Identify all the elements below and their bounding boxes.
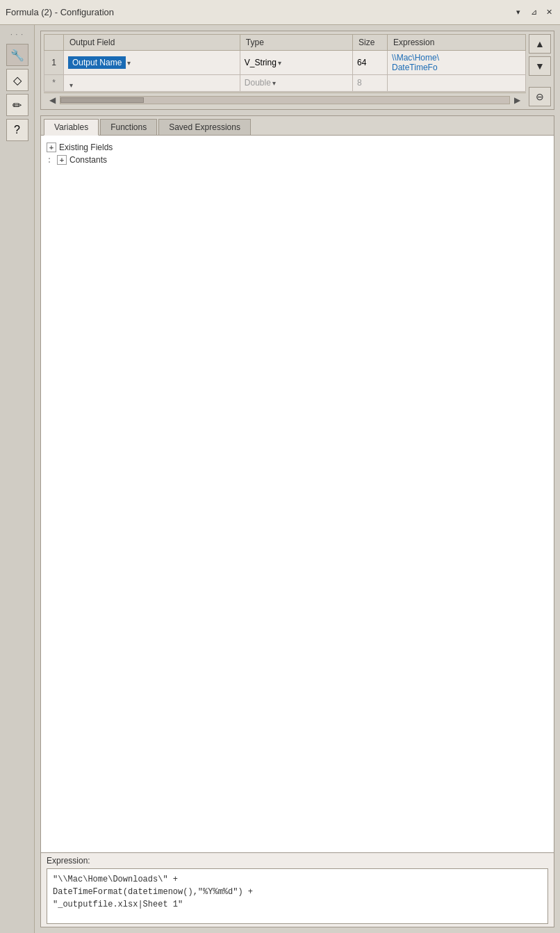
output-field-dropdown-1[interactable]: ▾ — [127, 59, 131, 67]
bottom-panel: Variables Functions Saved Expressions + … — [40, 115, 554, 927]
sidebar-diamond-icon[interactable]: ◇ — [6, 69, 28, 91]
scroll-right-btn[interactable]: ▶ — [511, 95, 523, 105]
tabs-bar: Variables Functions Saved Expressions — [41, 116, 554, 136]
output-field-cell-new[interactable]: ▾ — [64, 75, 240, 92]
type-value-new: Double — [245, 78, 271, 88]
expression-cell-new[interactable] — [388, 75, 526, 92]
title-bar: Formula (2) - Configuration ▾ ⊿ ✕ — [0, 0, 560, 25]
sidebar-pencil-icon[interactable]: ✏ — [6, 94, 28, 116]
expression-box[interactable]: "\\Mac\Home\Downloads\" + DateTimeFormat… — [47, 868, 548, 924]
close-button[interactable]: ✕ — [543, 7, 554, 18]
content-area: Output Field Type Size Expression 1 — [35, 25, 560, 933]
constants-label: Constants — [69, 155, 107, 165]
output-field-dropdown-new[interactable]: ▾ — [69, 81, 73, 89]
expression-area: Expression: "\\Mac\Home\Downloads\" + Da… — [41, 852, 554, 927]
table-wrapper: Output Field Type Size Expression 1 — [44, 34, 526, 92]
scroll-left-btn[interactable]: ◀ — [47, 95, 58, 105]
title-bar-right: ▾ ⊿ ✕ — [513, 7, 554, 18]
table-action-buttons: ▲ ▼ ⊖ — [529, 34, 551, 106]
expression-cell-1[interactable]: \\Mac\Home\DateTimeFo — [388, 51, 526, 75]
type-cell-1[interactable]: V_String ▾ — [240, 51, 352, 75]
col-header-size: Size — [353, 35, 388, 51]
main-container: · · · 🔧 ◇ ✏ ? Output Field Type Size — [0, 25, 560, 933]
expand-constants[interactable]: + — [57, 155, 67, 165]
tab-variables[interactable]: Variables — [44, 119, 99, 136]
row-number-new: * — [44, 75, 64, 92]
row-number-1: 1 — [44, 51, 64, 75]
expand-existing-fields[interactable]: + — [47, 143, 56, 152]
col-header-output-field: Output Field — [64, 35, 240, 51]
table-container: Output Field Type Size Expression 1 — [44, 34, 526, 106]
sidebar-question-icon[interactable]: ? — [6, 119, 28, 141]
tab-saved-expressions[interactable]: Saved Expressions — [158, 119, 251, 135]
type-cell-new[interactable]: Double ▾ — [240, 75, 352, 92]
tree-item-existing-fields[interactable]: + Existing Fields — [47, 141, 548, 154]
title-bar-left: Formula (2) - Configuration — [6, 7, 114, 17]
col-header-expression: Expression — [388, 35, 526, 51]
sidebar-wrench-icon[interactable]: 🔧 — [6, 44, 28, 66]
table-section: Output Field Type Size Expression 1 — [40, 31, 554, 110]
type-value-1: V_String — [245, 58, 277, 67]
col-header-num — [44, 35, 64, 51]
table-row: * ▾ Double — [44, 75, 526, 92]
sidebar: · · · 🔧 ◇ ✏ ? — [0, 25, 35, 933]
table-row: 1 Output Name ▾ V_String — [44, 51, 526, 75]
output-field-cell-1[interactable]: Output Name ▾ — [64, 51, 240, 75]
move-up-button[interactable]: ▲ — [529, 34, 551, 54]
type-dropdown-new[interactable]: ▾ — [272, 79, 276, 87]
delete-row-button[interactable]: ⊖ — [529, 87, 551, 106]
tab-functions[interactable]: Functions — [100, 119, 157, 135]
dock-button[interactable]: ⊿ — [528, 7, 539, 18]
pin-button[interactable]: ▾ — [513, 7, 524, 18]
tree-item-constants[interactable]: + Constants — [47, 154, 548, 166]
move-down-button[interactable]: ▼ — [529, 56, 551, 76]
size-cell-1[interactable]: 64 — [353, 51, 388, 75]
type-dropdown-1[interactable]: ▾ — [278, 59, 281, 67]
existing-fields-label: Existing Fields — [59, 143, 113, 152]
window-title: Formula (2) - Configuration — [6, 7, 114, 17]
expression-label: Expression: — [47, 856, 548, 866]
sidebar-drag-handle: · · · — [10, 31, 24, 38]
output-fields-table: Output Field Type Size Expression 1 — [44, 34, 526, 92]
scroll-track[interactable] — [60, 96, 510, 104]
output-name-value[interactable]: Output Name — [68, 56, 126, 69]
scroll-thumb[interactable] — [60, 97, 144, 103]
tab-content-variables: + Existing Fields + Constants — [41, 136, 554, 852]
col-header-type: Type — [240, 35, 352, 51]
horizontal-scrollbar[interactable]: ◀ ▶ — [44, 92, 526, 106]
size-cell-new: 8 — [353, 75, 388, 92]
